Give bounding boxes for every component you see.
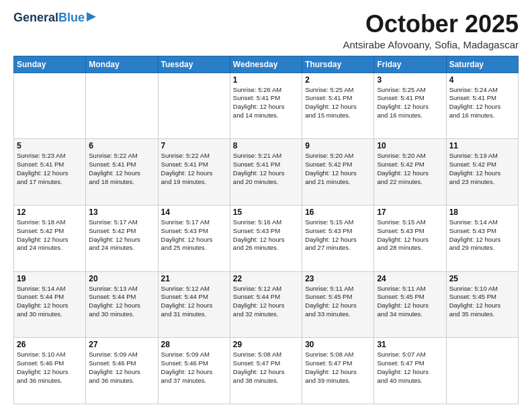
day-number: 17	[377, 208, 443, 217]
month-title: October 2025	[343, 11, 519, 38]
location: Antsirabe Afovoany, Sofia, Madagascar	[343, 39, 519, 50]
calendar-cell: 29Sunrise: 5:08 AMSunset: 5:47 PMDayligh…	[230, 338, 302, 404]
day-info: Sunrise: 5:20 AMSunset: 5:42 PMDaylight:…	[377, 152, 443, 186]
day-number: 26	[17, 340, 83, 349]
col-wednesday: Wednesday	[230, 56, 302, 73]
calendar-cell	[446, 338, 518, 404]
svg-marker-0	[87, 12, 96, 21]
day-info: Sunrise: 5:14 AMSunset: 5:44 PMDaylight:…	[17, 285, 83, 319]
calendar-week-row-2: 5Sunrise: 5:23 AMSunset: 5:41 PMDaylight…	[14, 139, 519, 205]
day-number: 6	[89, 141, 154, 150]
col-sunday: Sunday	[14, 56, 86, 73]
day-number: 11	[449, 141, 515, 150]
day-number: 1	[233, 75, 299, 85]
calendar-cell: 30Sunrise: 5:08 AMSunset: 5:47 PMDayligh…	[302, 338, 374, 404]
day-number: 14	[161, 208, 227, 217]
day-info: Sunrise: 5:21 AMSunset: 5:41 PMDaylight:…	[233, 152, 299, 186]
day-info: Sunrise: 5:08 AMSunset: 5:47 PMDaylight:…	[305, 351, 371, 385]
calendar-cell: 11Sunrise: 5:19 AMSunset: 5:42 PMDayligh…	[446, 139, 518, 205]
calendar-week-row-5: 26Sunrise: 5:10 AMSunset: 5:46 PMDayligh…	[14, 338, 519, 404]
day-number: 21	[161, 274, 227, 283]
day-number: 4	[449, 75, 515, 85]
day-info: Sunrise: 5:26 AMSunset: 5:41 PMDaylight:…	[233, 86, 299, 120]
col-thursday: Thursday	[302, 56, 374, 73]
day-number: 25	[449, 274, 515, 283]
day-info: Sunrise: 5:14 AMSunset: 5:43 PMDaylight:…	[449, 218, 515, 253]
calendar-cell: 8Sunrise: 5:21 AMSunset: 5:41 PMDaylight…	[230, 139, 302, 205]
calendar-cell: 28Sunrise: 5:09 AMSunset: 5:46 PMDayligh…	[158, 338, 230, 404]
day-number: 2	[305, 75, 371, 85]
calendar-cell: 26Sunrise: 5:10 AMSunset: 5:46 PMDayligh…	[14, 338, 86, 404]
day-number: 22	[233, 274, 299, 283]
title-block: October 2025 Antsirabe Afovoany, Sofia, …	[343, 11, 519, 50]
day-info: Sunrise: 5:09 AMSunset: 5:46 PMDaylight:…	[161, 351, 227, 385]
day-number: 28	[161, 340, 227, 349]
day-info: Sunrise: 5:07 AMSunset: 5:47 PMDaylight:…	[377, 351, 443, 385]
calendar-cell: 2Sunrise: 5:25 AMSunset: 5:41 PMDaylight…	[302, 73, 374, 139]
calendar-week-row-3: 12Sunrise: 5:18 AMSunset: 5:42 PMDayligh…	[14, 205, 519, 271]
day-info: Sunrise: 5:10 AMSunset: 5:46 PMDaylight:…	[17, 351, 83, 385]
calendar-cell: 22Sunrise: 5:12 AMSunset: 5:44 PMDayligh…	[230, 271, 302, 338]
calendar-cell: 13Sunrise: 5:17 AMSunset: 5:42 PMDayligh…	[86, 205, 158, 271]
day-info: Sunrise: 5:22 AMSunset: 5:41 PMDaylight:…	[161, 152, 227, 186]
day-info: Sunrise: 5:10 AMSunset: 5:45 PMDaylight:…	[449, 285, 515, 319]
day-number: 20	[89, 274, 154, 283]
calendar-cell: 6Sunrise: 5:22 AMSunset: 5:41 PMDaylight…	[86, 139, 158, 205]
calendar-cell: 27Sunrise: 5:09 AMSunset: 5:46 PMDayligh…	[86, 338, 158, 404]
calendar-cell: 9Sunrise: 5:20 AMSunset: 5:42 PMDaylight…	[302, 139, 374, 205]
calendar-cell	[158, 73, 230, 139]
calendar-cell	[14, 73, 86, 139]
col-monday: Monday	[86, 56, 158, 73]
calendar-cell: 16Sunrise: 5:15 AMSunset: 5:43 PMDayligh…	[302, 205, 374, 271]
day-info: Sunrise: 5:09 AMSunset: 5:46 PMDaylight:…	[89, 351, 154, 385]
day-number: 23	[305, 274, 371, 283]
day-number: 15	[233, 208, 299, 217]
day-info: Sunrise: 5:25 AMSunset: 5:41 PMDaylight:…	[305, 86, 371, 120]
day-info: Sunrise: 5:23 AMSunset: 5:41 PMDaylight:…	[17, 152, 83, 186]
logo: General Blue	[13, 11, 97, 25]
calendar-cell: 7Sunrise: 5:22 AMSunset: 5:41 PMDaylight…	[158, 139, 230, 205]
calendar-cell: 21Sunrise: 5:12 AMSunset: 5:44 PMDayligh…	[158, 271, 230, 338]
day-info: Sunrise: 5:12 AMSunset: 5:44 PMDaylight:…	[161, 285, 227, 319]
calendar-cell: 4Sunrise: 5:24 AMSunset: 5:41 PMDaylight…	[446, 73, 518, 139]
day-number: 9	[305, 141, 371, 150]
day-number: 30	[305, 340, 371, 349]
calendar-table: Sunday Monday Tuesday Wednesday Thursday…	[13, 56, 519, 404]
logo-blue-text: Blue	[58, 11, 85, 25]
calendar-cell	[86, 73, 158, 139]
day-number: 12	[17, 208, 83, 217]
calendar-cell: 23Sunrise: 5:11 AMSunset: 5:45 PMDayligh…	[302, 271, 374, 338]
col-tuesday: Tuesday	[158, 56, 230, 73]
day-info: Sunrise: 5:15 AMSunset: 5:43 PMDaylight:…	[305, 218, 371, 253]
day-number: 10	[377, 141, 443, 150]
day-number: 31	[377, 340, 443, 349]
col-friday: Friday	[374, 56, 446, 73]
calendar-cell: 12Sunrise: 5:18 AMSunset: 5:42 PMDayligh…	[14, 205, 86, 271]
header: General Blue October 2025 Antsirabe Afov…	[13, 11, 519, 50]
day-number: 29	[233, 340, 299, 349]
day-info: Sunrise: 5:22 AMSunset: 5:41 PMDaylight:…	[89, 152, 154, 186]
day-number: 8	[233, 141, 299, 150]
calendar-cell: 3Sunrise: 5:25 AMSunset: 5:41 PMDaylight…	[374, 73, 446, 139]
calendar-cell: 19Sunrise: 5:14 AMSunset: 5:44 PMDayligh…	[14, 271, 86, 338]
calendar-week-row-4: 19Sunrise: 5:14 AMSunset: 5:44 PMDayligh…	[14, 271, 519, 338]
day-info: Sunrise: 5:17 AMSunset: 5:43 PMDaylight:…	[161, 218, 227, 253]
calendar-cell: 5Sunrise: 5:23 AMSunset: 5:41 PMDaylight…	[14, 139, 86, 205]
day-number: 19	[17, 274, 83, 283]
col-saturday: Saturday	[446, 56, 518, 73]
calendar-header-row: Sunday Monday Tuesday Wednesday Thursday…	[14, 56, 519, 73]
day-info: Sunrise: 5:12 AMSunset: 5:44 PMDaylight:…	[233, 285, 299, 319]
calendar-cell: 17Sunrise: 5:15 AMSunset: 5:43 PMDayligh…	[374, 205, 446, 271]
calendar-cell: 10Sunrise: 5:20 AMSunset: 5:42 PMDayligh…	[374, 139, 446, 205]
page: General Blue October 2025 Antsirabe Afov…	[0, 0, 532, 411]
day-info: Sunrise: 5:25 AMSunset: 5:41 PMDaylight:…	[377, 86, 443, 120]
day-info: Sunrise: 5:16 AMSunset: 5:43 PMDaylight:…	[233, 218, 299, 253]
day-info: Sunrise: 5:18 AMSunset: 5:42 PMDaylight:…	[17, 218, 83, 253]
calendar-cell: 1Sunrise: 5:26 AMSunset: 5:41 PMDaylight…	[230, 73, 302, 139]
logo-general-text: General	[13, 11, 58, 25]
calendar-cell: 14Sunrise: 5:17 AMSunset: 5:43 PMDayligh…	[158, 205, 230, 271]
day-number: 3	[377, 75, 443, 85]
calendar-cell: 20Sunrise: 5:13 AMSunset: 5:44 PMDayligh…	[86, 271, 158, 338]
day-number: 18	[449, 208, 515, 217]
calendar-cell: 18Sunrise: 5:14 AMSunset: 5:43 PMDayligh…	[446, 205, 518, 271]
